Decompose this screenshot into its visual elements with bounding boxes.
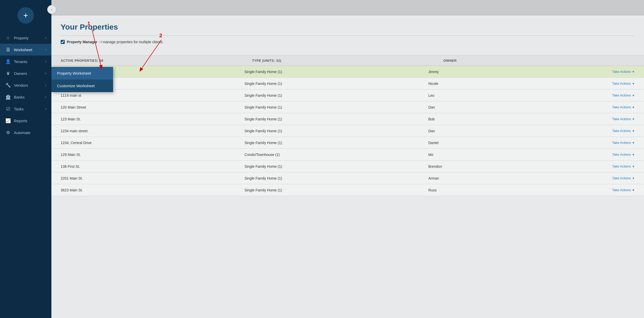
- take-actions-label: Take Actions: [612, 117, 631, 121]
- take-actions-label: Take Actions: [612, 164, 631, 168]
- cell-actions[interactable]: Take Actions ▼: [612, 129, 635, 133]
- take-actions-button[interactable]: Take Actions ▼: [612, 141, 635, 145]
- dropdown-arrow-icon: ▼: [632, 189, 635, 192]
- take-actions-label: Take Actions: [612, 141, 631, 145]
- cell-actions[interactable]: Take Actions ▼: [612, 176, 635, 180]
- cell-type: Single Family Home (1): [244, 105, 428, 109]
- sidebar-item-reports[interactable]: 📈 Reports: [0, 115, 51, 127]
- tasks-icon: ☑: [5, 106, 11, 112]
- sidebar-label-automate: Automate: [14, 130, 46, 135]
- table-row: 123 Main St. Single Family Home (1) Bob …: [51, 113, 644, 125]
- sidebar-item-owners[interactable]: ♛ Owners ›: [0, 67, 51, 79]
- take-actions-button[interactable]: Take Actions ▼: [612, 82, 635, 85]
- submenu-item-customize-worksheet[interactable]: Customize Worksheet: [51, 80, 113, 92]
- table-row: 1234 main street. Single Family Home (1)…: [51, 125, 644, 137]
- owners-icon: ♛: [5, 70, 11, 76]
- banks-icon: 🏦: [5, 94, 11, 100]
- worksheet-submenu: Property Worksheet Customize Worksheet: [51, 67, 113, 92]
- table-row: 2201 Main St. Single Family Home (1) Arm…: [51, 172, 644, 184]
- main-wrapper: Your Properties Property Manager - I man…: [51, 0, 644, 318]
- chevron-right-icon-worksheet: ›: [45, 48, 46, 51]
- table-row: 3623 Main St. Single Family Home (1) Rus…: [51, 184, 644, 196]
- cell-owner: Bob: [428, 117, 612, 121]
- col-type: Type (Units: 32): [252, 59, 444, 63]
- sidebar-logo: +: [0, 0, 51, 30]
- dropdown-arrow-icon: ▼: [632, 118, 635, 121]
- cell-owner: Arman: [428, 176, 612, 180]
- sidebar-item-tasks[interactable]: ☑ Tasks ›: [0, 103, 51, 115]
- take-actions-button[interactable]: Take Actions ▼: [612, 153, 635, 156]
- sidebar-label-property: Property: [14, 36, 45, 40]
- table-row: 1234, Central Drive Single Family Home (…: [51, 137, 644, 149]
- cell-address: 2201 Main St.: [61, 176, 244, 180]
- property-manager-row: Property Manager - I manage properties f…: [61, 40, 635, 44]
- automate-icon: ⚙: [5, 130, 11, 135]
- submenu-label-customize-worksheet: Customize Worksheet: [57, 84, 95, 88]
- sidebar-collapse-button[interactable]: ‹: [47, 5, 56, 14]
- take-actions-button[interactable]: Take Actions ▼: [612, 176, 635, 180]
- cell-address: 1114 main st: [61, 93, 244, 98]
- sidebar-item-tenants[interactable]: 👤 Tenants ›: [0, 56, 51, 67]
- take-actions-button[interactable]: Take Actions ▼: [612, 70, 635, 74]
- home-icon: ⌂: [5, 35, 11, 41]
- sidebar-item-banks[interactable]: 🏦 Banks ›: [0, 91, 51, 103]
- cell-type: Single Family Home (1): [244, 141, 428, 145]
- take-actions-button[interactable]: Take Actions ▼: [612, 188, 635, 192]
- chevron-right-icon-owners: ›: [45, 72, 46, 75]
- dropdown-arrow-icon: ▼: [632, 70, 635, 73]
- table-row: 138 First St. Single Family Home (1) Bre…: [51, 161, 644, 172]
- dropdown-arrow-icon: ▼: [632, 106, 635, 109]
- cell-owner: Brendon: [428, 164, 612, 169]
- page-title: Your Properties: [61, 23, 635, 31]
- sidebar-label-vendors: Vendors: [14, 83, 45, 87]
- main-body: Your Properties Property Manager - I man…: [51, 15, 644, 318]
- take-actions-button[interactable]: Take Actions ▼: [612, 164, 635, 168]
- cell-actions[interactable]: Take Actions ▼: [612, 117, 635, 121]
- cell-owner: Daniel: [428, 141, 612, 145]
- take-actions-label: Take Actions: [612, 105, 631, 109]
- cell-actions[interactable]: Take Actions ▼: [612, 153, 635, 156]
- cell-actions[interactable]: Take Actions ▼: [612, 93, 635, 97]
- cell-actions[interactable]: Take Actions ▼: [612, 141, 635, 145]
- take-actions-label: Take Actions: [612, 129, 631, 133]
- sidebar-item-automate[interactable]: ⚙ Automate: [0, 127, 51, 138]
- chevron-right-icon: ›: [45, 36, 46, 40]
- submenu-item-property-worksheet[interactable]: Property Worksheet: [51, 67, 113, 80]
- cell-address: 138 First St.: [61, 164, 244, 169]
- sidebar-item-vendors[interactable]: 🔧 Vendors ›: [0, 79, 51, 91]
- cell-type: Single Family Home (1): [244, 164, 428, 169]
- dropdown-arrow-icon: ▼: [632, 177, 635, 180]
- sidebar-label-worksheet: Worksheet: [14, 48, 45, 52]
- cell-actions[interactable]: Take Actions ▼: [612, 188, 635, 192]
- dropdown-arrow-icon: ▼: [632, 153, 635, 156]
- take-actions-button[interactable]: Take Actions ▼: [612, 117, 635, 121]
- worksheet-icon: ☰: [5, 47, 11, 52]
- take-actions-button[interactable]: Take Actions ▼: [612, 105, 635, 109]
- dropdown-arrow-icon: ▼: [632, 82, 635, 85]
- sidebar-label-banks: Banks: [14, 95, 45, 99]
- table-row: 111 Rose St. Single Family Home (1) Nico…: [51, 78, 644, 90]
- tenants-icon: 👤: [5, 59, 11, 64]
- cell-type: Single Family Home (1): [244, 129, 428, 133]
- cell-address: 1234 main street.: [61, 129, 244, 133]
- cell-type: Single Family Home (1): [244, 93, 428, 98]
- table-header: ACTIVE PROPERTIES: 28 Type (Units: 32) O…: [51, 55, 644, 66]
- sidebar: ‹ + ⌂ Property › ☰ Worksheet › 👤 Tenants…: [0, 0, 51, 318]
- cell-owner: Jimmy: [428, 70, 612, 74]
- dropdown-arrow-icon: ▼: [632, 129, 635, 132]
- cell-type: Single Family Home (1): [244, 82, 428, 86]
- sidebar-item-worksheet[interactable]: ☰ Worksheet ›: [0, 44, 51, 56]
- take-actions-button[interactable]: Take Actions ▼: [612, 129, 635, 133]
- cell-actions[interactable]: Take Actions ▼: [612, 105, 635, 109]
- cell-actions[interactable]: Take Actions ▼: [612, 164, 635, 168]
- cell-actions[interactable]: Take Actions ▼: [612, 70, 635, 74]
- cell-actions[interactable]: Take Actions ▼: [612, 82, 635, 85]
- add-button[interactable]: +: [17, 7, 34, 24]
- sidebar-item-property[interactable]: ⌂ Property ›: [0, 32, 51, 44]
- pm-bold-label: Property Manager: [67, 40, 97, 44]
- take-actions-button[interactable]: Take Actions ▼: [612, 93, 635, 97]
- property-manager-checkbox[interactable]: [61, 40, 65, 44]
- cell-address: 123 Main St.: [61, 117, 244, 121]
- dropdown-arrow-icon: ▼: [632, 165, 635, 168]
- cell-address: 120 Main Street: [61, 105, 244, 109]
